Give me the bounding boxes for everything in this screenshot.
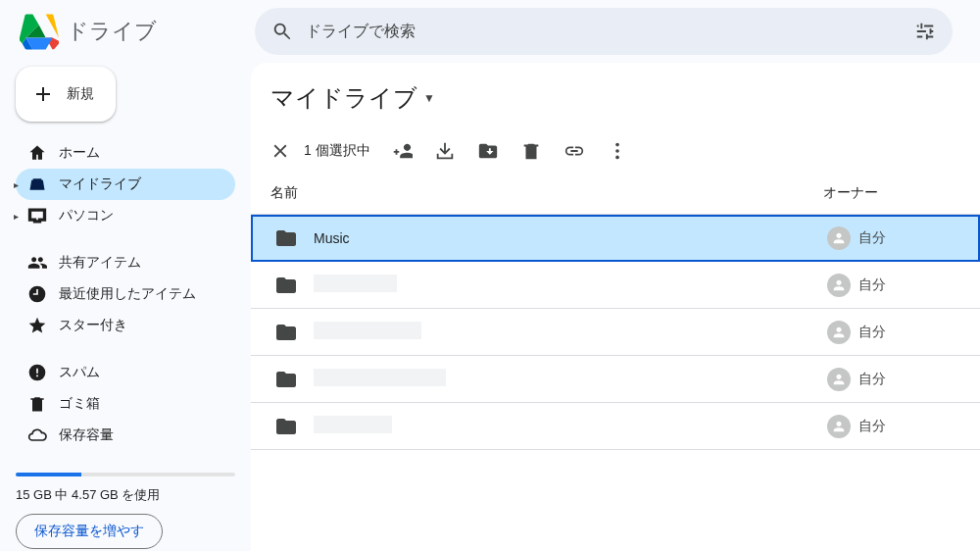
table-row[interactable]: 自分 <box>251 356 980 403</box>
selection-count: 1 個選択中 <box>304 142 370 160</box>
storage-section: 15 GB 中 4.57 GB を使用 保存容量を増やす <box>16 467 235 549</box>
close-selection-button[interactable] <box>261 131 300 171</box>
sidebar: 新規 ホーム▸マイドライブ▸パソコン 共有アイテム最近使用したアイテムスター付き… <box>0 63 251 551</box>
avatar <box>827 415 851 438</box>
sidebar-item-spam[interactable]: スパム <box>16 357 235 388</box>
expand-caret-icon[interactable]: ▸ <box>14 179 19 190</box>
get-link-button[interactable] <box>555 131 594 171</box>
download-button[interactable] <box>425 131 465 171</box>
search-input[interactable] <box>302 23 906 40</box>
svg-point-1 <box>615 149 619 153</box>
table-row[interactable]: 自分 <box>251 403 980 450</box>
sidebar-item-cloud[interactable]: 保存容量 <box>16 420 235 451</box>
more-storage-button[interactable]: 保存容量を増やす <box>16 514 163 549</box>
avatar <box>827 274 851 297</box>
devices-icon <box>27 206 47 225</box>
storage-bar <box>16 473 235 476</box>
expand-caret-icon[interactable]: ▸ <box>14 211 19 222</box>
sidebar-item-people[interactable]: 共有アイテム <box>16 247 235 278</box>
sidebar-item-trash[interactable]: ゴミ箱 <box>16 388 235 420</box>
brand-name: ドライブ <box>67 17 157 46</box>
sidebar-item-home[interactable]: ホーム <box>16 137 235 169</box>
file-name <box>314 322 827 342</box>
table-row[interactable]: 自分 <box>251 309 980 356</box>
svg-point-0 <box>615 143 619 147</box>
avatar <box>827 368 851 391</box>
file-owner: 自分 <box>827 226 964 250</box>
sidebar-item-label: スパム <box>59 364 100 381</box>
folder-icon <box>274 226 298 250</box>
move-button[interactable] <box>468 131 508 171</box>
table-row[interactable]: Music自分 <box>251 215 980 262</box>
more-actions-button[interactable] <box>598 131 637 171</box>
chevron-down-icon: ▼ <box>423 91 435 105</box>
brand[interactable]: ドライブ <box>8 12 247 51</box>
share-button[interactable] <box>382 131 421 171</box>
page-title[interactable]: マイドライブ ▼ <box>251 63 980 127</box>
file-name: Music <box>314 230 827 246</box>
sidebar-item-label: スター付き <box>59 317 127 334</box>
sidebar-item-label: ゴミ箱 <box>59 395 100 413</box>
avatar <box>827 226 851 250</box>
svg-point-2 <box>615 156 619 160</box>
mydrive-icon <box>27 175 47 194</box>
sidebar-item-star[interactable]: スター付き <box>16 310 235 341</box>
workspace: 新規 ホーム▸マイドライブ▸パソコン 共有アイテム最近使用したアイテムスター付き… <box>0 63 980 551</box>
header: ドライブ <box>0 0 980 63</box>
folder-icon <box>274 321 298 344</box>
page-title-text: マイドライブ <box>270 82 417 114</box>
sidebar-item-label: 最近使用したアイテム <box>59 285 196 303</box>
folder-icon <box>274 368 298 391</box>
file-owner: 自分 <box>827 274 964 297</box>
sidebar-item-devices[interactable]: ▸パソコン <box>16 200 235 231</box>
storage-text: 15 GB 中 4.57 GB を使用 <box>16 486 235 504</box>
plus-icon <box>31 82 55 106</box>
file-name <box>314 275 827 295</box>
home-icon <box>27 143 47 163</box>
table-header: 名前 オーナー <box>251 175 980 215</box>
selection-toolbar: 1 個選択中 <box>251 127 980 175</box>
new-button-label: 新規 <box>67 85 94 103</box>
file-name <box>314 416 827 436</box>
sidebar-item-clock[interactable]: 最近使用したアイテム <box>16 278 235 310</box>
star-icon <box>27 316 47 335</box>
delete-button[interactable] <box>512 131 551 171</box>
new-button[interactable]: 新規 <box>16 67 116 122</box>
sidebar-item-label: 共有アイテム <box>59 254 141 272</box>
column-name[interactable]: 名前 <box>270 184 823 202</box>
main-panel: マイドライブ ▼ 1 個選択中 <box>251 63 980 551</box>
cloud-icon <box>27 426 47 445</box>
avatar <box>827 321 851 344</box>
column-owner[interactable]: オーナー <box>823 184 960 202</box>
drive-logo-icon <box>20 12 59 51</box>
folder-icon <box>274 274 298 297</box>
file-owner: 自分 <box>827 368 964 391</box>
file-owner: 自分 <box>827 415 964 438</box>
table-row[interactable]: 自分 <box>251 262 980 309</box>
folder-icon <box>274 415 298 438</box>
search-bar[interactable] <box>255 8 953 55</box>
sidebar-item-label: マイドライブ <box>59 175 141 193</box>
trash-icon <box>27 394 47 414</box>
sidebar-item-mydrive[interactable]: ▸マイドライブ <box>16 169 235 200</box>
file-owner: 自分 <box>827 321 964 344</box>
spam-icon <box>27 363 47 382</box>
sidebar-item-label: パソコン <box>59 207 114 225</box>
search-icon[interactable] <box>263 12 302 51</box>
more-storage-label: 保存容量を増やす <box>34 523 144 540</box>
sidebar-item-label: 保存容量 <box>59 426 114 444</box>
people-icon <box>27 253 47 273</box>
file-name <box>314 369 827 389</box>
file-list: Music自分自分自分自分自分 <box>251 215 980 450</box>
search-options-icon[interactable] <box>906 12 945 51</box>
sidebar-item-label: ホーム <box>59 144 100 162</box>
clock-icon <box>27 284 47 304</box>
